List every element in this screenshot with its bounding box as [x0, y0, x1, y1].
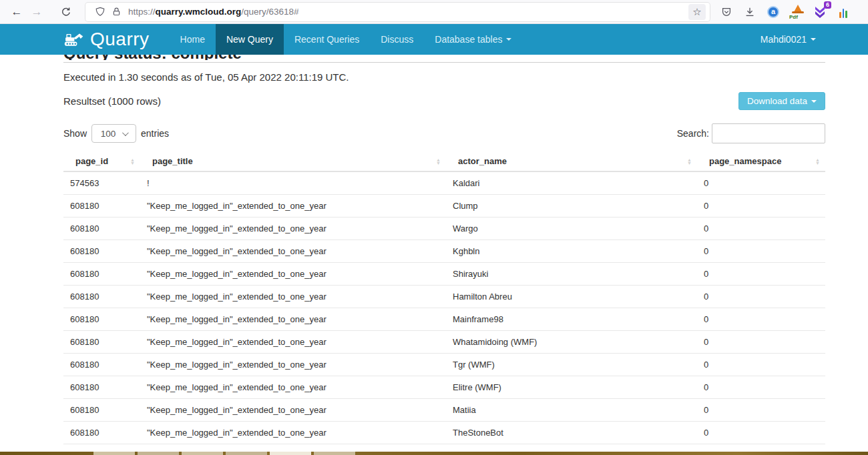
- cell-page_title: "Keep_me_logged_in"_extended_to_one_year: [140, 217, 446, 240]
- nav-item-discuss[interactable]: Discuss: [370, 24, 424, 55]
- cell-actor_name: Tgr (WMF): [446, 354, 697, 376]
- cell-actor_name: Kaldari: [446, 171, 697, 195]
- cell-actor_name: Whatamidoing (WMF): [446, 331, 697, 354]
- download-data-button[interactable]: Download data: [738, 92, 825, 110]
- nav-item-database-tables[interactable]: Database tables: [424, 24, 522, 55]
- cell-page_title: !: [140, 171, 446, 195]
- cell-page_title: "Keep_me_logged_in"_extended_to_one_year: [140, 240, 446, 263]
- cell-page_title: "Keep_me_logged_in"_extended_to_one_year: [140, 195, 446, 217]
- nav-item-home[interactable]: Home: [170, 24, 216, 55]
- column-header-page_title[interactable]: page_title▲▼: [140, 151, 446, 171]
- table-row: 608180"Keep_me_logged_in"_extended_to_on…: [63, 240, 825, 263]
- nav-item-recent-queries[interactable]: Recent Queries: [284, 24, 370, 55]
- bar-chart-glyph: [839, 6, 847, 18]
- cell-page_title: "Keep_me_logged_in"_extended_to_one_year: [140, 354, 446, 376]
- cell-page_id: 608180: [63, 263, 140, 286]
- sort-icon: ▲▼: [687, 158, 692, 165]
- downloads-icon[interactable]: [741, 3, 758, 21]
- column-label: page_title: [152, 156, 193, 166]
- cell-page_title: "Keep_me_logged_in"_extended_to_one_year: [140, 286, 446, 308]
- table-row: 608180"Keep_me_logged_in"_extended_to_on…: [63, 217, 825, 240]
- column-label: page_id: [75, 156, 108, 166]
- cell-page_id: 574563: [63, 171, 140, 195]
- search-input[interactable]: [712, 123, 825, 143]
- cell-page_id: 608180: [63, 217, 140, 240]
- cell-actor_name: Wargo: [446, 217, 697, 240]
- download-manager-extension-icon[interactable]: 6: [811, 3, 829, 21]
- cell-page_namespace: 0: [697, 195, 825, 217]
- table-row: 608180"Keep_me_logged_in"_extended_to_on…: [63, 422, 825, 444]
- reload-icon[interactable]: [56, 3, 76, 21]
- url-text: https://quarry.wmcloud.org/query/63618#: [128, 7, 688, 17]
- table-row: 608180"Keep_me_logged_in"_extended_to_on…: [63, 376, 825, 399]
- cell-page_id: 608180: [63, 195, 140, 217]
- search-label: Search:: [677, 128, 709, 139]
- cell-actor_name: Clump: [446, 195, 697, 217]
- cell-page_id: 608180: [63, 240, 140, 263]
- a-extension-icon[interactable]: a: [765, 3, 782, 21]
- forward-icon[interactable]: →: [27, 3, 47, 21]
- brand-name: Quarry: [90, 29, 150, 50]
- page-length-value: 100: [101, 129, 116, 139]
- results-table: page_id▲▼page_title▲▼actor_name▲▼page_na…: [63, 151, 825, 444]
- pocket-icon[interactable]: [718, 3, 735, 21]
- resultset-label: Resultset (1000 rows): [63, 95, 161, 107]
- brand[interactable]: Quarry: [63, 24, 150, 55]
- cell-page_namespace: 0: [697, 354, 825, 376]
- a-extension-glyph: a: [767, 6, 779, 18]
- lock-icon[interactable]: [108, 4, 124, 20]
- bar-chart-extension-icon[interactable]: [835, 3, 852, 21]
- divider: [63, 62, 825, 63]
- table-row: 608180"Keep_me_logged_in"_extended_to_on…: [63, 354, 825, 376]
- table-row: 608180"Keep_me_logged_in"_extended_to_on…: [63, 308, 825, 331]
- cell-page_id: 608180: [63, 422, 140, 444]
- chevron-down-icon: [506, 38, 511, 41]
- browser-toolbar: ← → https://quarry.wmcloud.org/query/636…: [0, 0, 868, 24]
- table-row: 608180"Keep_me_logged_in"_extended_to_on…: [63, 331, 825, 354]
- cell-page_namespace: 0: [697, 422, 825, 444]
- column-label: page_namespace: [709, 156, 781, 166]
- sort-icon: ▲▼: [130, 158, 135, 165]
- table-row: 608180"Keep_me_logged_in"_extended_to_on…: [63, 263, 825, 286]
- navbar-links: HomeNew QueryRecent QueriesDiscussDataba…: [170, 24, 523, 55]
- cell-page_namespace: 0: [697, 376, 825, 399]
- cell-page_title: "Keep_me_logged_in"_extended_to_one_year: [140, 308, 446, 331]
- cell-page_title: "Keep_me_logged_in"_extended_to_one_year: [140, 399, 446, 422]
- cell-page_namespace: 0: [697, 171, 825, 195]
- nav-item-new-query[interactable]: New Query: [216, 24, 284, 55]
- extension-badge: 6: [824, 1, 831, 9]
- cell-page_namespace: 0: [697, 263, 825, 286]
- cell-actor_name: TheStoneBot: [446, 422, 697, 444]
- cell-actor_name: Elitre (WMF): [446, 376, 697, 399]
- column-header-page_id[interactable]: page_id▲▼: [63, 151, 140, 171]
- table-row: 608180"Keep_me_logged_in"_extended_to_on…: [63, 399, 825, 422]
- column-header-actor_name[interactable]: actor_name▲▼: [446, 151, 697, 171]
- back-icon[interactable]: ←: [7, 3, 27, 21]
- bookmark-star-icon[interactable]: ☆: [688, 4, 706, 20]
- table-row: 574563!Kaldari0: [63, 171, 825, 195]
- query-status-heading: Query status: complete: [63, 55, 825, 60]
- table-body: 574563!Kaldari0608180"Keep_me_logged_in"…: [63, 171, 825, 444]
- cell-page_id: 608180: [63, 399, 140, 422]
- executed-line: Executed in 1.30 seconds as of Tue, 05 A…: [63, 71, 825, 83]
- cell-actor_name: Kghbln: [446, 240, 697, 263]
- pdf-extension-icon[interactable]: Pdf: [788, 3, 805, 21]
- cell-page_title: "Keep_me_logged_in"_extended_to_one_year: [140, 263, 446, 286]
- shield-icon[interactable]: [92, 4, 108, 20]
- cell-page_namespace: 0: [697, 331, 825, 354]
- cell-page_title: "Keep_me_logged_in"_extended_to_one_year: [140, 376, 446, 399]
- cell-actor_name: Matiia: [446, 399, 697, 422]
- table-row: 608180"Keep_me_logged_in"_extended_to_on…: [63, 195, 825, 217]
- column-header-page_namespace[interactable]: page_namespace▲▼: [697, 151, 825, 171]
- app-navbar: Quarry HomeNew QueryRecent QueriesDiscus…: [0, 24, 868, 55]
- cell-page_title: "Keep_me_logged_in"_extended_to_one_year: [140, 331, 446, 354]
- entries-label: entries: [141, 128, 169, 139]
- user-menu[interactable]: Mahdi0021: [761, 24, 816, 55]
- page-length-select[interactable]: 100: [91, 124, 136, 143]
- quarry-logo-icon: [63, 31, 85, 48]
- main-content: Query status: complete Executed in 1.30 …: [63, 55, 825, 444]
- url-bar[interactable]: https://quarry.wmcloud.org/query/63618# …: [85, 3, 710, 21]
- page-length-control: Show 100 entries: [63, 124, 169, 143]
- table-controls: Show 100 entries Search:: [63, 123, 825, 143]
- sort-icon: ▲▼: [815, 158, 820, 165]
